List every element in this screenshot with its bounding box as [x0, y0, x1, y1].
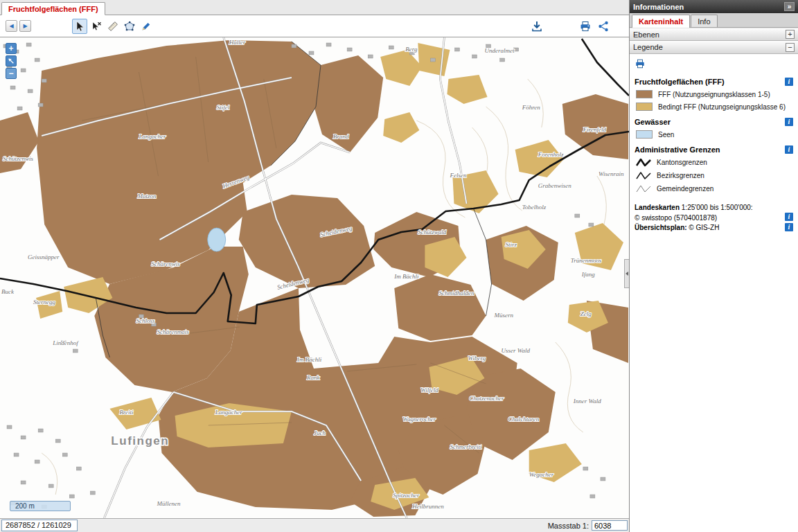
map-label: Heilbrunnen: [411, 503, 444, 510]
tab-karteninhalt[interactable]: Karteninhalt: [632, 15, 690, 28]
map-label: Breiti: [119, 409, 134, 416]
zoom-controls: + −: [6, 43, 17, 79]
pencil-icon: [140, 20, 152, 33]
map-label: Chalchtaren: [508, 416, 540, 423]
building: [326, 43, 331, 46]
map-label: Schärenmais: [157, 328, 189, 335]
section-legende-label: Legende: [633, 43, 663, 51]
building: [7, 425, 12, 429]
map-label: Stirz: [506, 241, 517, 248]
pan-arrow-icon: [8, 57, 15, 64]
scalebar: 200 m: [10, 501, 71, 511]
legend-group-fff: Fruchtfolgeflächen (FFF) i: [635, 78, 793, 86]
select-tool-button[interactable]: [72, 19, 87, 34]
section-ebenen[interactable]: Ebenen +: [630, 28, 798, 41]
zoom-in-button[interactable]: +: [6, 43, 17, 54]
map-label: Grabenwisen: [538, 182, 572, 189]
map-label: Schmerbreiti: [450, 443, 482, 450]
zoom-out-button[interactable]: −: [6, 68, 17, 79]
legend-print-button[interactable]: [635, 58, 647, 71]
map-label: Buck: [1, 288, 15, 295]
building: [35, 58, 39, 62]
panel-header: Informationen »: [630, 0, 798, 13]
bedingt-fff-swatch: [636, 103, 653, 111]
map-label: Underalmet: [485, 47, 515, 54]
building: [38, 103, 43, 107]
building: [48, 484, 53, 488]
history-back-button[interactable]: ◀: [6, 20, 17, 32]
map-label: Schmidhalden: [438, 290, 475, 296]
gemeindegrenze-line-icon: [636, 184, 651, 193]
tab-info[interactable]: Info: [691, 15, 717, 27]
town-label: Lufingen: [111, 434, 169, 447]
legend-item: Bedingt FFF (Nutzungseignungsklasse 6): [636, 103, 793, 111]
measure-area-icon: [123, 20, 136, 33]
print-button[interactable]: [576, 18, 594, 35]
map-label: Schloss: [136, 317, 155, 324]
info-icon[interactable]: i: [785, 118, 793, 126]
map-label: Müsern: [494, 312, 514, 319]
building: [589, 223, 594, 227]
panel-toggle-handle[interactable]: [624, 259, 629, 288]
seen-swatch: [636, 130, 653, 139]
pan-arrow-button[interactable]: [6, 55, 17, 66]
draw-tool-button[interactable]: [139, 19, 154, 34]
building: [21, 69, 26, 72]
map-label: Wisenrain: [598, 170, 624, 177]
map-label: Schärenwis: [151, 260, 180, 267]
map-toolbar: ◀ ▶: [0, 15, 629, 37]
legend-item: Gemeindegrenzen: [636, 184, 793, 193]
info-icon[interactable]: i: [785, 223, 793, 231]
document-tabstrip: Fruchtfolgeflächen (FFF): [0, 0, 629, 15]
building: [14, 453, 19, 456]
scale-input[interactable]: [592, 520, 628, 531]
collapse-icon[interactable]: −: [786, 43, 795, 52]
panel-collapse-button[interactable]: »: [784, 2, 795, 11]
building: [62, 453, 67, 456]
collapse-left-icon: [626, 272, 628, 276]
info-panel: Informationen » Karteninhalt Info Ebenen…: [629, 0, 798, 532]
gis-application: Fruchtfolgeflächen (FFF) ◀ ▶: [0, 0, 798, 532]
download-button[interactable]: [528, 18, 546, 35]
building: [55, 439, 60, 443]
map-label: Trünenmoos: [571, 257, 602, 264]
download-icon: [531, 20, 543, 33]
map-label: Langacher: [138, 133, 166, 140]
measure-distance-tool-button[interactable]: [105, 19, 121, 34]
building: [26, 43, 31, 46]
pond: [208, 228, 226, 251]
map-document-tab[interactable]: Fruchtfolgeflächen (FFF): [1, 2, 105, 15]
info-icon[interactable]: i: [785, 213, 793, 221]
printer-icon: [579, 20, 592, 33]
expand-icon[interactable]: +: [786, 30, 795, 39]
map-label: Schützwald: [418, 229, 447, 236]
building: [28, 89, 33, 93]
building: [347, 48, 352, 51]
tool-group: [72, 19, 154, 34]
map-label: Tobelholz: [522, 204, 547, 211]
building: [42, 79, 46, 82]
map-label: Zelg: [580, 310, 592, 317]
map-label: Ifang: [581, 271, 596, 278]
map-label: Wiberg: [468, 355, 486, 362]
source-line-2: © swisstopo (5704001878): [635, 213, 781, 224]
deselect-tool-button[interactable]: [89, 19, 104, 34]
panel-tabs: Karteninhalt Info: [630, 13, 798, 28]
measure-area-tool-button[interactable]: [122, 19, 137, 34]
info-icon[interactable]: i: [785, 78, 793, 86]
building: [21, 481, 26, 484]
history-forward-button[interactable]: ▶: [19, 20, 31, 32]
map-label: Chatzenacher: [469, 395, 504, 402]
map-label: Brand: [333, 133, 349, 140]
map-label: Lindenhof: [52, 339, 79, 346]
building: [309, 51, 314, 55]
info-icon[interactable]: i: [785, 145, 793, 154]
building: [454, 48, 459, 51]
building: [21, 436, 26, 439]
building: [292, 44, 296, 48]
section-legende[interactable]: Legende −: [630, 41, 798, 54]
map-label: Rank: [306, 374, 321, 381]
map-label: Sternegg: [33, 299, 56, 305]
map-canvas[interactable]: HallerBergUnderalmetStifelFöhrenFirenfel…: [0, 37, 629, 518]
share-button[interactable]: [594, 18, 612, 35]
